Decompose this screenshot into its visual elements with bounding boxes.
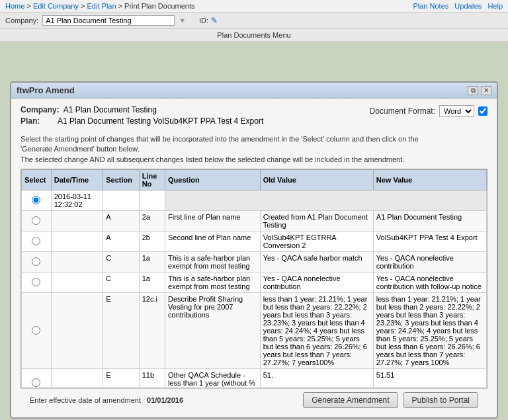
- plan-info-value: A1 Plan Document Testing VolSub4KPT PPA …: [58, 116, 263, 126]
- doc-format-checkbox[interactable]: [478, 106, 487, 116]
- breadcrumb-home[interactable]: Home: [5, 2, 24, 10]
- newvalue-cell: Yes - QACA nonelective contribution with…: [373, 273, 486, 293]
- doc-format-select[interactable]: Word PDF: [439, 105, 474, 117]
- select-radio-2[interactable]: [32, 237, 40, 245]
- modal-body: Company: A1 Plan Document Testing Plan: …: [11, 99, 497, 417]
- table-row: C 1a This is a safe-harbor plan exempt f…: [22, 252, 487, 273]
- col-oldvalue: Old Value: [260, 170, 373, 190]
- doc-format-label: Document Format:: [370, 106, 435, 116]
- col-lineno: Line No: [139, 170, 165, 190]
- table-row: C 1a This is a safe-harbor plan exempt f…: [22, 273, 487, 293]
- top-links: Plan Notes Updates Help: [409, 2, 503, 10]
- instruction-text: Select the starting point of changes tha…: [21, 134, 487, 165]
- table-row: A 2a First line of Plan name Created fro…: [22, 211, 487, 231]
- company-input[interactable]: [42, 15, 175, 26]
- oldvalue-cell: Yes - QACA safe harbor match: [260, 252, 373, 273]
- edit-icon[interactable]: ✎: [211, 16, 218, 25]
- date-cell: [51, 369, 103, 388]
- id-label: ID:: [199, 17, 208, 24]
- lineno-cell: 2a: [139, 211, 165, 231]
- table-row: 2016-03-11 12:32:02: [22, 190, 487, 211]
- col-question: Question: [165, 170, 261, 190]
- select-cell[interactable]: [22, 231, 52, 252]
- date-cell: [51, 211, 103, 231]
- select-radio-3[interactable]: [32, 257, 40, 266]
- col-datetime: Date/Time: [51, 170, 103, 190]
- company-info-label: Company:: [21, 105, 60, 114]
- help-link[interactable]: Help: [487, 2, 503, 10]
- footer-buttons: Generate Amendment Publish to Portal: [303, 392, 478, 408]
- select-radio-6[interactable]: [32, 378, 40, 387]
- question-cell: First line of Plan name: [165, 211, 261, 231]
- lineno-cell: 12c.i: [139, 293, 165, 369]
- modal-restore-button[interactable]: ⧉: [468, 86, 478, 95]
- select-radio-0[interactable]: [32, 196, 40, 204]
- select-cell[interactable]: [22, 252, 52, 273]
- newvalue-cell: VolSub4KPT PPA Test 4 Export: [373, 231, 486, 252]
- oldvalue-cell: less than 1 year: 21.21%; 1 year but les…: [260, 293, 373, 369]
- breadcrumb-current: Print Plan Documents: [124, 2, 194, 10]
- effective-date-value: 01/01/2016: [147, 396, 183, 404]
- company-bar: Company: ▼ ID: ✎: [0, 13, 508, 29]
- question-cell: Second line of Plan name: [165, 231, 261, 252]
- date-cell: [51, 231, 103, 252]
- background-area: ftwPro Amend ⧉ ✕ Company: A1 Plan Docume…: [0, 42, 508, 419]
- modal-dialog: ftwPro Amend ⧉ ✕ Company: A1 Plan Docume…: [10, 81, 498, 419]
- section-cell: [103, 190, 139, 211]
- section-cell: C: [103, 273, 139, 293]
- lineno-cell: 2b: [139, 231, 165, 252]
- section-cell: A: [103, 211, 139, 231]
- oldvalue-cell: Yes - QACA nonelective contribution: [260, 273, 373, 293]
- footer-bar: Enter effective date of amendment 01/01/…: [21, 388, 487, 411]
- modal-title: ftwPro Amend: [17, 85, 75, 95]
- info-section: Company: A1 Plan Document Testing Plan: …: [21, 105, 263, 128]
- oldvalue-cell: VolSub4KPT EGTRRA Conversion 2: [260, 231, 373, 252]
- select-radio-1[interactable]: [32, 216, 40, 225]
- col-newvalue: New Value: [373, 170, 486, 190]
- section-cell: C: [103, 252, 139, 273]
- section-cell: E: [103, 369, 139, 388]
- select-cell[interactable]: [22, 190, 52, 211]
- plan-info-label: Plan:: [21, 116, 54, 126]
- separator-cell: [165, 190, 487, 211]
- col-section: Section: [103, 170, 139, 190]
- question-cell: Describe Profit Sharing Vesting for pre …: [165, 293, 261, 369]
- generate-amendment-button[interactable]: Generate Amendment: [303, 392, 398, 408]
- question-cell: This is a safe-harbor plan exempt from m…: [165, 273, 261, 293]
- modal-controls: ⧉ ✕: [468, 86, 491, 95]
- newvalue-cell: A1 Plan Document Testing: [373, 211, 486, 231]
- select-cell[interactable]: [22, 293, 52, 369]
- question-cell: Other QACA Schedule - less than 1 year (…: [165, 369, 261, 388]
- modal-title-bar: ftwPro Amend ⧉ ✕: [11, 83, 497, 99]
- modal-close-button[interactable]: ✕: [481, 86, 491, 95]
- breadcrumb: Home > Edit Company > Edit Plan > Print …: [5, 2, 195, 10]
- breadcrumb-edit-company[interactable]: Edit Company: [33, 2, 79, 10]
- breadcrumb-edit-plan[interactable]: Edit Plan: [87, 2, 116, 10]
- section-cell: E: [103, 293, 139, 369]
- date-cell: 2016-03-11 12:32:02: [51, 190, 103, 211]
- question-cell: This is a safe-harbor plan exempt from m…: [165, 252, 261, 273]
- table-row: A 2b Second line of Plan name VolSub4KPT…: [22, 231, 487, 252]
- lineno-cell: [139, 190, 165, 211]
- oldvalue-cell: 51.: [260, 369, 373, 388]
- select-radio-4[interactable]: [32, 278, 40, 286]
- plan-notes-link[interactable]: Plan Notes: [413, 2, 448, 10]
- select-cell[interactable]: [22, 273, 52, 293]
- date-cell: [51, 293, 103, 369]
- effective-date-label: Enter effective date of amendment: [30, 396, 141, 404]
- company-label: Company:: [5, 17, 38, 24]
- top-bar: Home > Edit Company > Edit Plan > Print …: [0, 0, 508, 13]
- table-container: Select Date/Time Section Line No Questio…: [21, 169, 487, 388]
- select-cell[interactable]: [22, 211, 52, 231]
- date-cell: [51, 252, 103, 273]
- publish-to-portal-button[interactable]: Publish to Portal: [403, 392, 478, 408]
- doc-format-section: Document Format: Word PDF: [370, 105, 487, 117]
- newvalue-cell: Yes - QACA nonelective contribution: [373, 252, 486, 273]
- company-info-value: A1 Plan Document Testing: [64, 105, 157, 114]
- effective-date-section: Enter effective date of amendment 01/01/…: [30, 396, 183, 404]
- lineno-cell: 1a: [139, 273, 165, 293]
- updates-link[interactable]: Updates: [454, 2, 482, 10]
- select-cell[interactable]: [22, 369, 52, 388]
- select-radio-5[interactable]: [32, 326, 40, 335]
- lineno-cell: 1a: [139, 252, 165, 273]
